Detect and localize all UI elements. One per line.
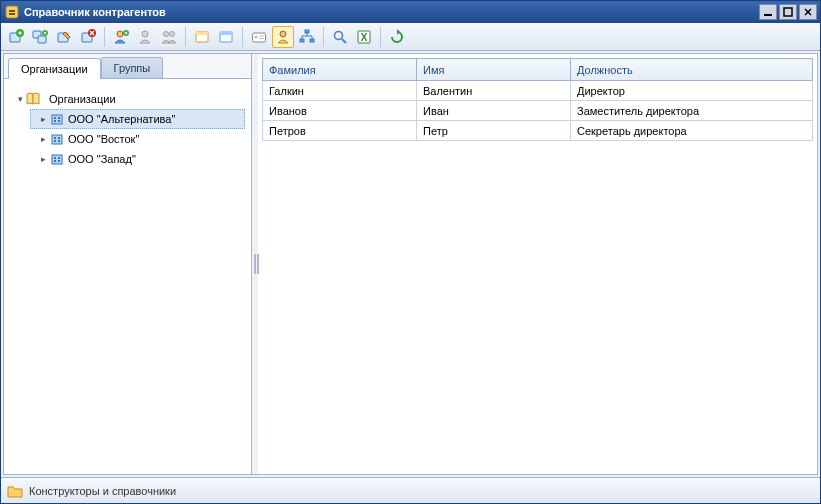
table-row[interactable]: Галкин Валентин Директор — [263, 81, 813, 101]
svg-point-22 — [117, 31, 123, 37]
tree-item-label: ООО "Запад" — [68, 153, 136, 165]
delete-org-button[interactable] — [77, 26, 99, 48]
export-excel-button[interactable]: X — [353, 26, 375, 48]
svg-rect-54 — [58, 120, 60, 122]
svg-rect-60 — [52, 155, 62, 164]
org-icon — [49, 131, 65, 147]
svg-rect-32 — [220, 32, 232, 35]
cell-lastname: Галкин — [263, 81, 417, 101]
col-position[interactable]: Должность — [571, 59, 813, 81]
tree-item[interactable]: ▸ ООО "Запад" — [30, 149, 245, 169]
window: Справочник контрагентов X Орг — [0, 0, 821, 504]
maximize-button[interactable] — [779, 4, 797, 20]
svg-rect-61 — [54, 157, 56, 159]
toolbar-separator — [104, 27, 105, 47]
search-button[interactable] — [329, 26, 351, 48]
svg-rect-63 — [54, 160, 56, 162]
close-button[interactable] — [799, 4, 817, 20]
svg-rect-52 — [58, 117, 60, 119]
svg-rect-38 — [305, 30, 309, 33]
edit-org-button[interactable] — [53, 26, 75, 48]
org-icon — [49, 111, 65, 127]
tree-item-label: ООО "Восток" — [68, 133, 139, 145]
cell-position: Секретарь директора — [571, 121, 813, 141]
toolbar-separator — [323, 27, 324, 47]
highlight-contact-button[interactable] — [272, 26, 294, 48]
chevron-right-icon[interactable]: ▸ — [37, 133, 49, 145]
toolbar-separator — [242, 27, 243, 47]
toolbar-separator — [185, 27, 186, 47]
add-sub-org-button[interactable] — [29, 26, 51, 48]
svg-rect-64 — [58, 160, 60, 162]
minimize-button[interactable] — [759, 4, 777, 20]
user-button[interactable] — [134, 26, 156, 48]
chevron-down-icon[interactable]: ▾ — [14, 93, 26, 105]
cell-lastname: Иванов — [263, 101, 417, 121]
tree-children: ▸ ООО "Альтернатива" ▸ ООО "Восток" ▸ ОО… — [10, 109, 245, 169]
cell-firstname: Валентин — [417, 81, 571, 101]
svg-rect-10 — [19, 31, 20, 34]
svg-rect-39 — [300, 39, 304, 42]
tree-item[interactable]: ▸ ООО "Восток" — [30, 129, 245, 149]
svg-rect-3 — [764, 14, 772, 16]
cell-lastname: Петров — [263, 121, 417, 141]
svg-rect-58 — [54, 140, 56, 142]
tab-organizations[interactable]: Организации — [8, 58, 101, 79]
toolbar-separator — [380, 27, 381, 47]
svg-rect-56 — [54, 137, 56, 139]
card-view1-button[interactable] — [191, 26, 213, 48]
window-title: Справочник контрагентов — [24, 6, 759, 18]
window-controls — [759, 4, 817, 20]
group-button[interactable] — [158, 26, 180, 48]
cell-firstname: Петр — [417, 121, 571, 141]
table-row[interactable]: Иванов Иван Заместитель директора — [263, 101, 813, 121]
titlebar: Справочник контрагентов — [1, 1, 820, 23]
svg-marker-49 — [397, 29, 400, 35]
chevron-right-icon[interactable]: ▸ — [37, 113, 49, 125]
svg-rect-25 — [125, 31, 126, 33]
refresh-button[interactable] — [386, 26, 408, 48]
tree-root-label: Организации — [45, 91, 120, 107]
app-icon — [4, 4, 20, 20]
svg-rect-55 — [52, 135, 62, 144]
card-view2-button[interactable] — [215, 26, 237, 48]
svg-rect-50 — [52, 115, 62, 124]
svg-rect-36 — [259, 38, 264, 39]
contacts-grid: Фамилия Имя Должность Галкин Валентин Ди… — [262, 58, 813, 141]
svg-line-46 — [342, 39, 346, 43]
footer: Конструкторы и справочники — [1, 477, 820, 503]
left-pane: Организации Группы ▾ Организации ▸ ООО "… — [4, 54, 252, 474]
tree-item-label: ООО "Альтернатива" — [68, 113, 175, 125]
tree-view: ▾ Организации ▸ ООО "Альтернатива" ▸ — [4, 79, 251, 474]
svg-point-28 — [170, 31, 175, 36]
svg-rect-2 — [9, 13, 15, 15]
svg-text:X: X — [361, 32, 368, 43]
book-icon — [26, 91, 42, 107]
svg-point-26 — [142, 31, 148, 37]
col-firstname[interactable]: Имя — [417, 59, 571, 81]
table-row[interactable]: Петров Петр Секретарь директора — [263, 121, 813, 141]
svg-rect-62 — [58, 157, 60, 159]
tree-root[interactable]: ▾ Организации — [10, 89, 245, 109]
grid-header-row: Фамилия Имя Должность — [263, 59, 813, 81]
id-card-button[interactable] — [248, 26, 270, 48]
org-chart-button[interactable] — [296, 26, 318, 48]
svg-rect-33 — [253, 33, 266, 42]
col-lastname[interactable]: Фамилия — [263, 59, 417, 81]
folder-icon — [7, 484, 23, 498]
svg-rect-4 — [784, 8, 792, 16]
add-org-button[interactable] — [5, 26, 27, 48]
svg-point-45 — [335, 31, 343, 39]
org-icon — [49, 151, 65, 167]
svg-rect-51 — [54, 117, 56, 119]
tree-item[interactable]: ▸ ООО "Альтернатива" — [30, 109, 245, 129]
svg-rect-12 — [38, 36, 46, 43]
footer-label[interactable]: Конструкторы и справочники — [29, 485, 176, 497]
tab-groups[interactable]: Группы — [101, 57, 164, 78]
svg-rect-35 — [259, 35, 264, 36]
svg-rect-57 — [58, 137, 60, 139]
svg-point-27 — [164, 31, 169, 36]
svg-rect-40 — [310, 39, 314, 42]
chevron-right-icon[interactable]: ▸ — [37, 153, 49, 165]
add-contact-button[interactable] — [110, 26, 132, 48]
